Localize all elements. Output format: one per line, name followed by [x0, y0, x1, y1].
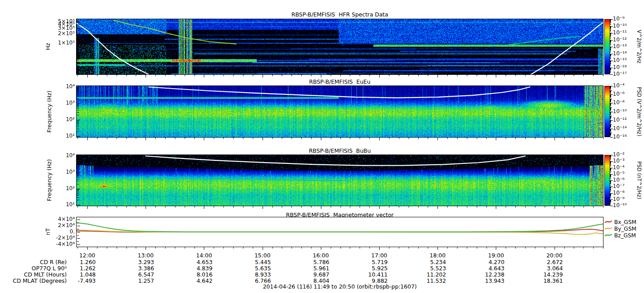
tick-mark: [321, 138, 321, 140]
tick-mark: [610, 168, 611, 168]
y-tick-label: 1×10⁵: [58, 40, 75, 46]
tick-mark: [87, 75, 88, 77]
tick-mark: [610, 27, 611, 27]
tick-mark: [486, 75, 487, 76]
tick-mark: [610, 122, 611, 122]
tick-mark: [97, 206, 97, 208]
tick-mark: [77, 247, 78, 248]
tick-mark: [545, 206, 545, 208]
tick-mark: [610, 20, 611, 20]
tick-mark: [515, 206, 516, 208]
tick-mark: [610, 35, 611, 36]
tick-mark: [194, 75, 195, 76]
tick-mark: [340, 75, 341, 76]
tick-mark: [610, 199, 611, 200]
tick-mark: [136, 206, 136, 208]
mag-y-axis-label: nT: [45, 205, 51, 259]
tick-mark: [610, 129, 611, 129]
tick-mark: [107, 206, 107, 208]
tick-mark: [146, 206, 146, 209]
tick-mark: [610, 113, 611, 113]
y-tick-label: 10¹: [66, 201, 75, 208]
eueu-spectrogram-canvas: [77, 86, 603, 137]
tick-mark: [155, 206, 156, 208]
tick-mark: [223, 247, 224, 248]
tick-mark: [77, 184, 79, 184]
tick-mark: [117, 75, 117, 76]
tick-mark: [77, 45, 79, 45]
tick-mark: [126, 138, 127, 139]
tick-mark: [583, 138, 584, 139]
tick-mark: [301, 247, 302, 248]
tick-mark: [610, 52, 611, 52]
tick-mark: [583, 75, 584, 76]
tick-mark: [593, 247, 594, 248]
tick-mark: [610, 196, 611, 197]
tick-mark: [610, 105, 611, 105]
tick-mark: [409, 247, 409, 248]
tick-mark: [165, 247, 166, 248]
tick-mark: [603, 247, 603, 248]
tick-mark: [610, 106, 611, 106]
tick-mark: [610, 95, 611, 96]
hfr-y-axis-label: Hz: [45, 20, 51, 73]
y-tick-label: 10³: [66, 169, 75, 175]
tick-mark: [194, 138, 195, 139]
tick-mark: [610, 166, 611, 166]
tick-mark: [610, 63, 611, 63]
tick-mark: [486, 206, 487, 208]
tick-mark: [610, 158, 611, 159]
tick-mark: [155, 247, 156, 248]
tick-mark: [77, 232, 80, 232]
tick-mark: [610, 189, 611, 189]
y-tick-label: 2×10⁵: [58, 30, 75, 37]
colorbar-tick-label: 10⁻²: [613, 151, 624, 158]
tick-mark: [610, 117, 611, 118]
y-tick-label: 10³: [66, 100, 75, 106]
time-tick-label: 16:00: [307, 252, 335, 259]
tick-mark: [610, 187, 611, 187]
tick-mark: [185, 75, 185, 76]
tick-mark: [77, 122, 79, 122]
colorbar-tick-label: 10⁻¹³: [613, 43, 627, 49]
table-cell: 4.839: [177, 265, 212, 272]
tick-mark: [574, 247, 574, 248]
tick-mark: [610, 104, 611, 104]
tick-mark: [610, 194, 611, 195]
table-cell: 5.445: [235, 259, 271, 265]
tick-mark: [77, 22, 80, 22]
tick-mark: [369, 247, 370, 248]
tick-mark: [263, 138, 263, 140]
tick-mark: [610, 113, 611, 114]
tick-mark: [185, 206, 185, 208]
tick-mark: [564, 247, 565, 248]
tick-mark: [610, 129, 611, 130]
tick-mark: [610, 43, 611, 43]
tick-mark: [610, 159, 611, 160]
tick-mark: [610, 37, 611, 37]
tick-mark: [77, 89, 79, 89]
tick-mark: [506, 247, 506, 248]
tick-mark: [350, 247, 350, 248]
tick-mark: [535, 247, 535, 248]
tick-mark: [535, 75, 535, 76]
tick-mark: [369, 206, 370, 208]
panel-bubu-title: RBSP-B/EMFISIS BuBu: [77, 147, 603, 154]
tick-mark: [610, 92, 611, 92]
tick-mark: [610, 63, 611, 64]
tick-mark: [321, 247, 321, 250]
tick-mark: [77, 107, 79, 107]
tick-mark: [77, 175, 79, 175]
tick-mark: [610, 175, 611, 175]
tick-mark: [447, 75, 448, 76]
tick-mark: [350, 138, 350, 139]
tick-mark: [610, 91, 611, 91]
tick-mark: [610, 105, 611, 106]
table-cell: 12.238: [469, 271, 504, 278]
tick-mark: [175, 206, 175, 208]
tick-mark: [610, 33, 611, 34]
tick-mark: [603, 75, 603, 76]
tick-mark: [610, 194, 611, 194]
tick-mark: [610, 119, 611, 119]
tick-mark: [77, 197, 79, 198]
